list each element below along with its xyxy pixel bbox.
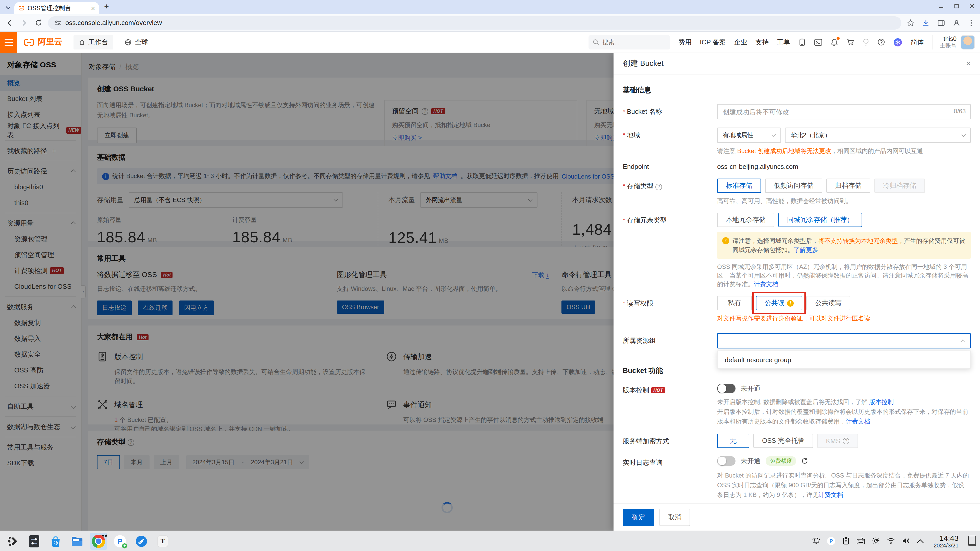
help-icon[interactable] <box>877 38 885 46</box>
clock-time: 14:43 <box>934 534 959 542</box>
app-store-icon[interactable] <box>47 532 64 550</box>
logging-toggle[interactable] <box>717 456 735 466</box>
tray-keyboard-icon[interactable] <box>856 537 865 545</box>
browser-tabstrip: OSS管理控制台 <box>0 0 980 14</box>
chrome-icon[interactable] <box>90 532 107 550</box>
tab-search-icon[interactable] <box>4 3 12 12</box>
dropdown-option-default-rg[interactable]: default resource group <box>718 351 970 368</box>
app-icon[interactable] <box>798 38 806 46</box>
warning-icon <box>722 237 729 245</box>
tray-notification-icon[interactable] <box>812 537 820 545</box>
window-maximize-icon[interactable] <box>953 3 959 9</box>
nav-support[interactable]: 支持 <box>756 38 769 47</box>
user-role: 主账号 <box>940 42 956 49</box>
billing-doc-link[interactable]: 计费文档 <box>754 281 778 288</box>
nav-enterprise[interactable]: 企业 <box>734 38 747 47</box>
tray-wifi-icon[interactable] <box>886 537 895 545</box>
header-search[interactable] <box>589 35 670 49</box>
hamburger-menu[interactable] <box>0 32 18 53</box>
profile-icon[interactable] <box>953 19 961 27</box>
svg-text:P: P <box>829 538 833 544</box>
help-icon <box>843 437 850 444</box>
user-block[interactable]: this0 主账号 <box>932 35 975 49</box>
free-quota-badge: 免费额度 <box>765 456 796 466</box>
notification-bell-icon[interactable] <box>830 38 838 46</box>
bucket-name-label: Bucket 名称 <box>623 104 717 119</box>
nav-ticket[interactable]: 工单 <box>777 38 790 47</box>
site-settings-icon[interactable] <box>54 19 61 26</box>
window-close-icon[interactable] <box>969 3 975 9</box>
label-text: 版本控制 <box>623 386 649 394</box>
option-archive[interactable]: 归档存储 <box>826 179 870 193</box>
taskbar-clock[interactable]: 14:43 2024/3/21 <box>934 534 959 549</box>
user-name: this0 <box>940 35 956 42</box>
window-minimize-icon[interactable] <box>938 3 944 9</box>
language-toggle[interactable]: 简体 <box>911 38 924 47</box>
address-bar[interactable]: oss.console.aliyun.com/overview <box>48 16 901 29</box>
file-manager-icon[interactable] <box>68 532 86 550</box>
downloader-app-icon[interactable] <box>111 532 129 550</box>
text-editor-icon[interactable]: T <box>154 532 172 550</box>
app-center-icon[interactable] <box>893 38 902 47</box>
avatar[interactable] <box>961 35 975 49</box>
tray-expand-icon[interactable] <box>917 539 924 543</box>
cart-icon[interactable] <box>846 38 854 46</box>
feature-note: 对 Bucket 的访问记录进行实时查询分析。OSS 与日志服务深度结合，免费提… <box>717 472 970 499</box>
toggle-status: 未开通 <box>741 384 760 393</box>
reload-icon[interactable] <box>34 18 43 27</box>
confirm-button[interactable]: 确定 <box>623 508 654 526</box>
option-public-read[interactable]: 公共读 <box>756 296 802 310</box>
versioning-link[interactable]: 版本控制 <box>869 399 894 406</box>
close-icon[interactable] <box>966 59 971 68</box>
option-zrs[interactable]: 同城冗余存储（推荐） <box>778 213 862 227</box>
back-icon[interactable] <box>5 18 14 27</box>
download-icon[interactable] <box>922 19 930 27</box>
tray-clipboard-icon[interactable] <box>842 537 850 545</box>
billing-doc-link[interactable]: 计费文档 <box>846 418 870 425</box>
versioning-toggle[interactable] <box>717 384 735 393</box>
terminal-icon[interactable] <box>814 38 822 46</box>
option-encryption-none[interactable]: 无 <box>717 433 749 448</box>
option-public-read-write[interactable]: 公共读写 <box>807 296 850 310</box>
bucket-name-input[interactable] <box>717 104 971 119</box>
home-icon <box>79 39 85 45</box>
resource-group-select[interactable] <box>717 333 971 348</box>
region-select[interactable]: 华北2（北京） <box>785 127 971 143</box>
option-private[interactable]: 私有 <box>717 296 752 310</box>
show-desktop-button[interactable] <box>968 536 976 546</box>
region-type-select[interactable]: 有地域属性 <box>717 127 781 143</box>
launcher-icon[interactable] <box>4 532 21 550</box>
lightbulb-icon[interactable] <box>862 38 869 46</box>
browser-app-icon[interactable] <box>133 532 150 550</box>
nav-icp[interactable]: ICP 备案 <box>700 38 726 47</box>
option-ia[interactable]: 低频访问存储 <box>765 179 822 193</box>
alert-icon <box>787 300 794 306</box>
search-icon <box>593 39 599 45</box>
nav-billing[interactable]: 费用 <box>678 38 692 47</box>
tray-p-app-icon[interactable]: P <box>827 537 835 545</box>
browser-tab[interactable]: OSS管理控制台 <box>14 2 99 14</box>
learn-more-link[interactable]: 了解更多 <box>794 246 818 254</box>
control-center-icon[interactable] <box>25 532 43 550</box>
aliyun-logo[interactable]: 阿里云 <box>24 37 62 48</box>
option-encryption-oss[interactable]: OSS 完全托管 <box>753 433 813 448</box>
header-search-input[interactable] <box>602 38 659 46</box>
cancel-button[interactable]: 取消 <box>659 508 690 526</box>
tray-volume-icon[interactable] <box>902 537 910 545</box>
tab-close-icon[interactable] <box>91 5 95 11</box>
workspace: 对象存储 OSS 概览 Bucket 列表 接入点列表 对象 FC 接入点列表N… <box>0 53 980 530</box>
workbench-button[interactable]: 工作台 <box>73 35 113 49</box>
acl-label: 读写权限 <box>623 296 717 323</box>
new-tab-button[interactable] <box>104 2 109 11</box>
billing-doc-link[interactable]: 计费文档 <box>818 491 843 499</box>
note-text: 请注意 <box>717 148 737 155</box>
refresh-icon[interactable] <box>801 457 808 464</box>
side-panel-icon[interactable] <box>937 19 945 27</box>
option-lrs[interactable]: 本地冗余存储 <box>717 213 774 227</box>
option-standard[interactable]: 标准存储 <box>717 179 761 193</box>
tray-brightness-icon[interactable] <box>872 537 880 545</box>
forward-icon[interactable] <box>19 18 29 27</box>
bookmark-star-icon[interactable] <box>907 19 915 27</box>
global-region-button[interactable]: 全球 <box>124 38 148 47</box>
menu-kebab-icon[interactable] <box>968 19 975 27</box>
